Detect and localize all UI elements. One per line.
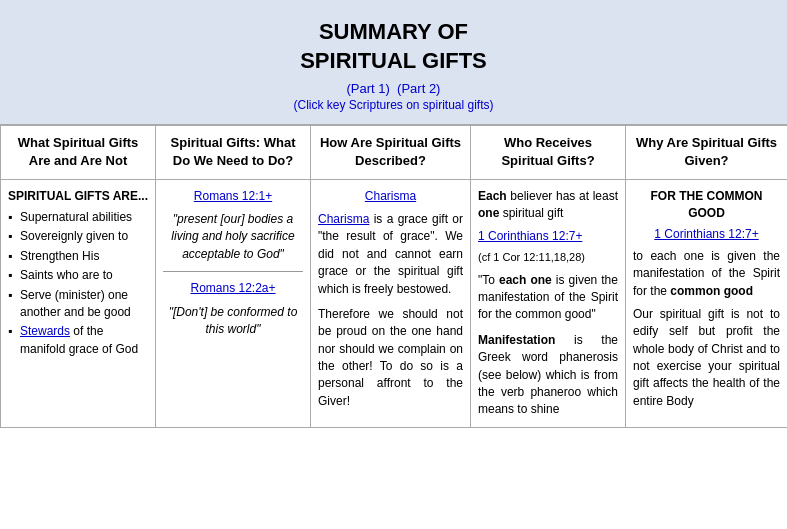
1cor-12-7-link-col4[interactable]: 1 Corinthians 12:7+ (478, 229, 582, 243)
gifts-list: Supernatural abilities Sovereignly given… (8, 209, 148, 358)
list-item: Serve (minister) one another and be good (8, 287, 148, 322)
charisma-inline-link[interactable]: Charisma (318, 212, 369, 226)
col4-manifestation: Manifestation is the Greek word phaneros… (478, 332, 618, 419)
col3-header: How Are Spiritual Gifts Described? (311, 126, 471, 179)
part-links: (Part 1) (Part 2) (10, 81, 777, 96)
col4-header: Who Receives Spiritual Gifts? (471, 126, 626, 179)
list-item: Stewards of the manifold grace of God (8, 323, 148, 358)
col2-cell: Romans 12:1+ "present [our] bodies a liv… (156, 179, 311, 427)
charisma-link[interactable]: Charisma (365, 189, 416, 203)
col2-quote2: "[Don't] be conformed to this world" (163, 304, 303, 339)
col5-header: Why Are Spiritual Gifts Given? (626, 126, 788, 179)
col3-cell: Charisma Charisma is a grace gift or "th… (311, 179, 471, 427)
scriptures-link[interactable]: (Click key Scriptures on spiritual gifts… (293, 98, 493, 112)
list-item: Supernatural abilities (8, 209, 148, 226)
romans-12-2-link[interactable]: Romans 12:2a+ (190, 281, 275, 295)
col5-heading: FOR THE COMMON GOOD (633, 188, 780, 223)
col1-cell: SPIRITUAL GIFTS ARE... Supernatural abil… (1, 179, 156, 427)
col5-cell: FOR THE COMMON GOOD 1 Corinthians 12:7+ … (626, 179, 788, 427)
col5-text1: to each one is given the manifestation o… (633, 248, 780, 300)
col2-header: Spiritual Gifts: What Do We Need to Do? (156, 126, 311, 179)
stewards-link[interactable]: Stewards (20, 324, 70, 338)
romans-12-1-link[interactable]: Romans 12:1+ (194, 189, 272, 203)
list-item: Saints who are to (8, 267, 148, 284)
col3-text1: Charisma is a grace gift or "the result … (318, 211, 463, 298)
col5-text2: Our spiritual gift is not to edify self … (633, 306, 780, 410)
col4-cell: Each believer has at least one spiritual… (471, 179, 626, 427)
list-item: Strengthen His (8, 248, 148, 265)
gifts-are-heading: SPIRITUAL GIFTS ARE... (8, 188, 148, 205)
part2-link[interactable]: (Part 2) (397, 81, 440, 96)
list-item: Sovereignly given to (8, 228, 148, 245)
col4-ref1-sub: (cf 1 Cor 12:11,18,28) (478, 250, 618, 266)
page-title: SUMMARY OF SPIRITUAL GIFTS (10, 18, 777, 75)
col1-header: What Spiritual Gifts Are and Are Not (1, 126, 156, 179)
part1-link[interactable]: (Part 1) (347, 81, 390, 96)
col2-quote1: "present [our] bodies a living and holy … (163, 211, 303, 263)
click-note: (Click key Scriptures on spiritual gifts… (10, 98, 777, 112)
page-header: SUMMARY OF SPIRITUAL GIFTS (Part 1) (Par… (0, 0, 787, 125)
col4-quote1: "To each one is given the manifestation … (478, 272, 618, 324)
1cor-12-7-link-col5[interactable]: 1 Corinthians 12:7+ (654, 227, 758, 241)
col3-text2: Therefore we should not be proud on the … (318, 306, 463, 410)
col4-text1: Each believer has at least one spiritual… (478, 188, 618, 223)
divider (163, 271, 303, 272)
